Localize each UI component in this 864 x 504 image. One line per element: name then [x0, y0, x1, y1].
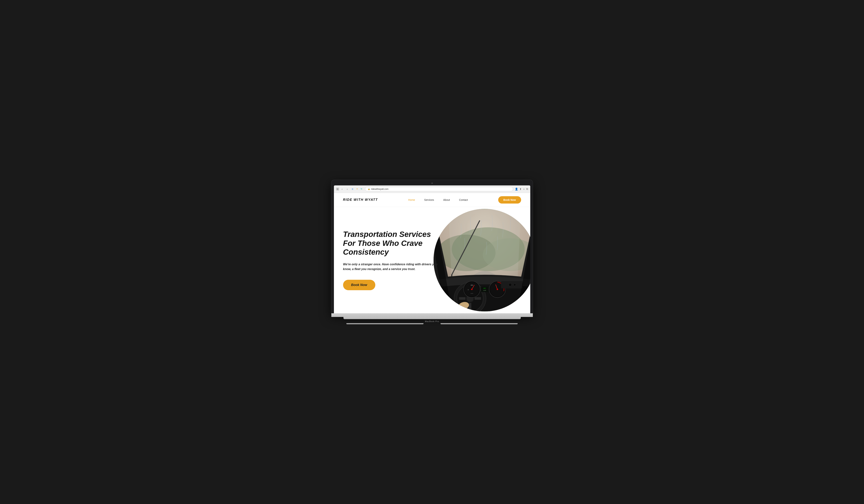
browser-controls: ⊞ ‹ › [336, 187, 349, 191]
profile-icon[interactable]: 👤 [515, 188, 518, 191]
back-button[interactable]: ‹ [340, 187, 344, 191]
svg-rect-25 [481, 287, 488, 292]
new-tab-icon[interactable]: + [523, 188, 525, 191]
site-logo[interactable]: RIDE WITH WYATT [343, 198, 378, 202]
macbook-model-label: MacBook Pro [425, 319, 439, 323]
macbook-foot-left [346, 323, 423, 324]
browser-chrome: ⊞ ‹ › ⛨ ✦ ↻ 🔒 ridewithwyatt.com 👤 ⬆ + [334, 185, 530, 193]
nav-link-contact[interactable]: Contact [459, 199, 468, 201]
lock-icon: 🔒 [368, 188, 370, 190]
hero-subtitle: We're only a stranger once. Have confide… [343, 262, 441, 271]
shield-icon: ⛨ [351, 188, 355, 191]
macbook-chin [331, 313, 533, 317]
nav-link-home[interactable]: Home [408, 199, 415, 201]
svg-point-24 [496, 289, 498, 290]
macbook-foot-right [441, 323, 518, 324]
nav-link-about[interactable]: About [443, 199, 450, 201]
sync-icon: ↻ [360, 188, 363, 191]
share-icon[interactable]: ⬆ [519, 188, 522, 191]
svg-point-20 [471, 289, 472, 290]
settings-icon: ✦ [356, 188, 359, 191]
nav-book-button[interactable]: Book Now [498, 196, 521, 204]
svg-point-32 [509, 283, 512, 286]
navbar: RIDE WITH WYATT Home Services About Cont… [334, 193, 530, 207]
macbook-screen: ⊞ ‹ › ⛨ ✦ ↻ 🔒 ridewithwyatt.com 👤 ⬆ + [334, 185, 530, 313]
hero-title: Transportation Services For Those Who Cr… [343, 230, 441, 256]
macbook-base-bar [344, 317, 521, 319]
tabs-icon[interactable]: ⧉ [526, 188, 528, 191]
macbook-feet [346, 323, 518, 324]
car-interior-svg: 260 0 [434, 209, 530, 311]
svg-text:1.5°C: 1.5°C [470, 293, 473, 294]
hero-section: Transportation Services For Those Who Cr… [334, 207, 530, 313]
forward-button[interactable]: › [345, 187, 349, 191]
url-bar[interactable]: 🔒 ridewithwyatt.com [365, 187, 513, 191]
hero-circle-image: 260 0 [434, 209, 530, 311]
website-content: RIDE WITH WYATT Home Services About Cont… [334, 193, 530, 313]
nav-link-services[interactable]: Services [424, 199, 434, 201]
macbook-frame: ⊞ ‹ › ⛨ ✦ ↻ 🔒 ridewithwyatt.com 👤 ⬆ + [331, 180, 533, 324]
hero-cta-button[interactable]: Book Now [343, 280, 375, 290]
url-text: ridewithwyatt.com [371, 188, 388, 190]
security-icons: ⛨ ✦ ↻ [351, 188, 363, 191]
macbook-camera [431, 182, 433, 184]
svg-text:13:03: 13:03 [483, 290, 486, 291]
nav-links: Home Services About Contact [408, 199, 468, 201]
browser-right-controls: 👤 ⬆ + ⧉ [515, 188, 528, 191]
svg-point-33 [514, 284, 516, 286]
svg-text:MIO: MIO [483, 288, 486, 289]
hero-text-block: Transportation Services For Those Who Cr… [343, 230, 441, 290]
svg-rect-31 [501, 281, 523, 288]
tab-switcher-icon[interactable]: ⊞ [336, 188, 339, 191]
svg-text:0: 0 [468, 289, 469, 290]
macbook-bezel: ⊞ ‹ › ⛨ ✦ ↻ 🔒 ridewithwyatt.com 👤 ⬆ + [331, 180, 533, 313]
hero-image-container: 260 0 [434, 207, 530, 313]
svg-text:260: 260 [470, 284, 473, 286]
